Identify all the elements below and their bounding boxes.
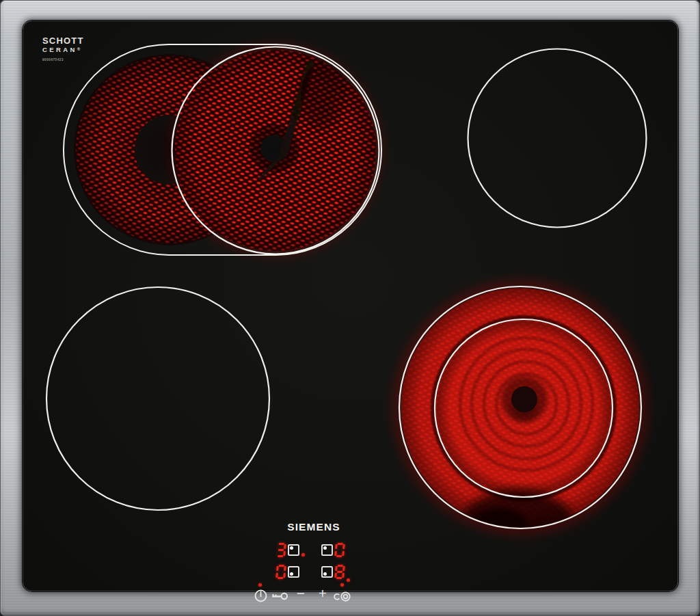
zone-back-right-circle [468,49,647,228]
power-level-display-front-right [334,565,345,579]
timer-clock-icon [333,591,352,602]
zone-front-right-dual [392,279,649,555]
display-front-right [321,565,351,579]
zone-position-dot [323,572,327,576]
minus-button[interactable]: − [293,585,309,602]
ceran-text: CERAN® [42,46,84,53]
zone-front-left-circle [46,287,269,510]
control-panel: SIEMENS [252,500,375,609]
display-front-left [276,565,306,579]
power-level-display-front-left [275,565,286,579]
schott-text: SCHOTT [42,36,84,46]
power-level-display-back-left [275,543,286,557]
display-back-right [321,543,351,557]
display-back-left [276,543,306,557]
display-row-front [252,565,375,579]
zone-position-dot [290,572,293,576]
ceramic-glass-surface: SCHOTT CERAN® 9000675423 SIEMENS [23,21,678,591]
timer-indicator-dot [340,583,344,587]
zone-select-key-front-left[interactable] [288,566,299,578]
zone-position-dot [290,546,293,550]
part-number: 9000675423 [42,59,84,62]
zone-back-left-oval [64,42,383,258]
timer-button[interactable] [333,591,352,605]
zone-select-key-back-right[interactable] [321,544,333,556]
power-icon [254,589,268,603]
child-lock-button[interactable] [271,591,288,604]
zone-select-key-front-right[interactable] [321,566,333,578]
power-level-display-back-right [334,543,345,557]
power-indicator-dot [258,583,262,587]
key-icon [271,591,288,601]
zone-position-dot [323,546,327,550]
touch-controls-row: − + [252,580,375,605]
schott-ceran-logo: SCHOTT CERAN® 9000675423 [42,36,84,62]
plus-button[interactable]: + [314,585,331,602]
steel-frame: SCHOTT CERAN® 9000675423 SIEMENS [0,0,700,616]
siemens-logo: SIEMENS [252,521,375,533]
timer-dot-back-left [301,553,305,557]
registered-mark: ® [77,47,80,51]
power-button[interactable] [254,589,268,606]
display-row-back [252,543,375,557]
zone-select-key-back-left[interactable] [288,544,299,556]
